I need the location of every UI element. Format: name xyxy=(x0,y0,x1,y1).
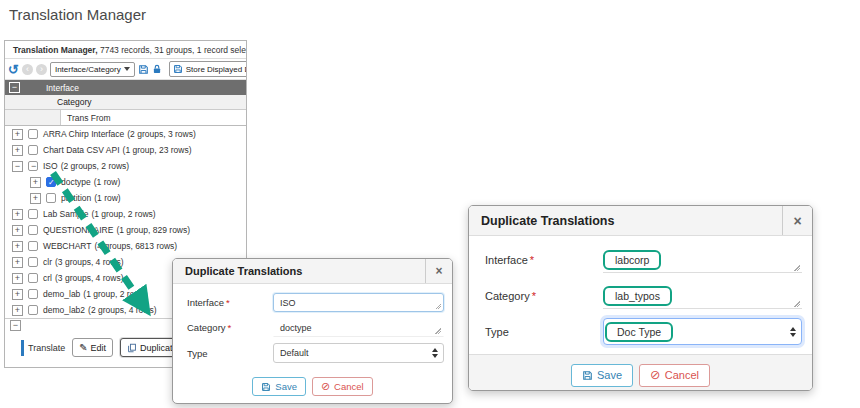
annotation-highlight[interactable]: labcorp xyxy=(603,250,661,270)
save-icon[interactable] xyxy=(138,64,149,75)
row-meta: (3 groups, 4 rows) xyxy=(55,273,124,283)
row-checkbox[interactable] xyxy=(28,305,38,315)
chevron-down-icon xyxy=(124,67,130,71)
header-spacer-cell xyxy=(5,110,61,125)
row-checkbox[interactable] xyxy=(28,129,38,139)
row-checkbox[interactable] xyxy=(28,273,38,283)
type-select[interactable]: Doc Type xyxy=(603,318,802,345)
annotation-highlight[interactable]: lab_typos xyxy=(603,286,672,306)
collapse-all-icon[interactable] xyxy=(9,82,20,93)
required-mark: * xyxy=(532,290,536,302)
expand-icon[interactable] xyxy=(12,161,23,172)
interface-field[interactable]: ISO xyxy=(273,293,444,312)
category-field[interactable]: doctype xyxy=(273,318,444,337)
table-row[interactable]: ARRA Chirp Interface (2 groups, 3 rows) xyxy=(5,126,246,142)
category-field-wrap: lab_typos xyxy=(603,282,802,309)
resize-grip-icon[interactable] xyxy=(794,301,800,307)
row-label: demo_lab xyxy=(43,289,80,299)
category-label: Category* xyxy=(187,322,273,333)
select-stepper-icon xyxy=(790,327,796,337)
type-value: Default xyxy=(280,348,309,358)
expand-icon[interactable] xyxy=(30,177,41,188)
row-checkbox[interactable] xyxy=(46,177,56,187)
category-value: doctype xyxy=(280,323,312,333)
row-checkbox[interactable] xyxy=(28,225,38,235)
refresh-icon[interactable]: ↺ xyxy=(8,63,19,76)
row-meta: (2 groups, 2 rows) xyxy=(61,161,130,171)
header-transfrom-row: Trans From xyxy=(5,110,246,126)
row-checkbox[interactable] xyxy=(28,161,38,171)
row-label: Lab Sample xyxy=(43,209,88,219)
row-checkbox[interactable] xyxy=(28,145,38,155)
edit-button[interactable]: ✎ Edit xyxy=(72,338,113,357)
edit-button-label: Edit xyxy=(91,343,107,353)
dialog-header: Duplicate Translations × xyxy=(173,259,452,284)
header-transfrom-label: Trans From xyxy=(61,110,111,125)
row-label: clr xyxy=(43,257,52,267)
row-checkbox[interactable] xyxy=(28,289,38,299)
expand-icon[interactable] xyxy=(12,305,23,316)
page-title: Translation Manager xyxy=(9,6,146,23)
row-meta: (4 groups, 6813 rows) xyxy=(95,241,178,251)
row-label: Chart Data CSV API xyxy=(43,145,120,155)
category-value: lab_typos xyxy=(615,290,660,302)
expand-icon[interactable] xyxy=(12,145,23,156)
table-row[interactable]: Chart Data CSV API (1 group, 23 rows) xyxy=(5,142,246,158)
row-meta: (2 groups, 3 rows) xyxy=(127,129,196,139)
duplicate-translations-dialog-small: Duplicate Translations × Interface* ISO … xyxy=(172,258,453,404)
table-row[interactable]: Lab Sample (1 group, 2 rows) xyxy=(5,206,246,222)
translate-button[interactable]: Translate xyxy=(28,343,65,353)
duplicate-translations-dialog-large: Duplicate Translations × Interface* labc… xyxy=(468,205,813,391)
close-icon[interactable]: × xyxy=(425,259,452,283)
row-checkbox[interactable] xyxy=(28,241,38,251)
expand-icon[interactable] xyxy=(12,225,23,236)
table-row[interactable]: partition (1 row) xyxy=(5,190,246,206)
expand-icon[interactable] xyxy=(12,129,23,140)
save-button[interactable]: Save xyxy=(252,377,306,396)
save-button[interactable]: Save xyxy=(571,364,633,387)
row-checkbox[interactable] xyxy=(46,193,56,203)
table-row[interactable]: doctype (1 row) xyxy=(5,174,246,190)
field-row-category: Category* lab_typos xyxy=(485,282,802,309)
copy-icon xyxy=(127,343,137,353)
required-mark: * xyxy=(530,254,534,266)
expand-icon[interactable] xyxy=(30,193,41,204)
cancel-button[interactable]: ⊘Cancel xyxy=(639,364,710,387)
resize-grip-icon[interactable] xyxy=(435,303,441,309)
field-row-type: Type Doc Type xyxy=(485,318,802,345)
dialog-body: Interface* labcorp Category* lab_typos T… xyxy=(469,236,812,354)
row-label: doctype xyxy=(61,177,91,187)
table-row[interactable]: QUESTIONNAIRE (1 group, 829 rows) xyxy=(5,222,246,238)
resize-grip-icon[interactable] xyxy=(435,328,441,334)
store-displayed-data-button[interactable]: Store Displayed Data xyxy=(169,61,246,77)
field-row-interface: Interface* labcorp xyxy=(485,246,802,273)
expand-icon[interactable] xyxy=(12,209,23,220)
forward-icon[interactable]: › xyxy=(36,64,47,75)
row-checkbox[interactable] xyxy=(28,209,38,219)
expand-icon[interactable] xyxy=(12,289,23,300)
row-meta: (1 row) xyxy=(94,177,120,187)
type-select[interactable]: Default xyxy=(273,343,444,363)
table-row[interactable]: ISO (2 groups, 2 rows) xyxy=(5,158,246,174)
pencil-icon: ✎ xyxy=(79,343,87,353)
cancel-button[interactable]: ⊘Cancel xyxy=(312,377,373,396)
status-rest: 7743 records, 31 groups, 1 record select… xyxy=(98,45,246,55)
expand-icon[interactable] xyxy=(12,273,23,284)
active-indicator xyxy=(21,340,24,356)
view-mode-select[interactable]: Interface/Category xyxy=(50,62,135,77)
interface-value: labcorp xyxy=(615,254,649,266)
annotation-highlight: Doc Type xyxy=(605,322,673,342)
header-interface: Interface xyxy=(5,80,246,95)
row-meta: (3 groups, 4 rows) xyxy=(55,257,124,267)
category-field-wrap: doctype xyxy=(273,318,444,337)
lock-icon[interactable] xyxy=(152,64,162,74)
expand-icon[interactable] xyxy=(12,257,23,268)
table-row[interactable]: WEBCHART (4 groups, 6813 rows) xyxy=(5,238,246,254)
close-icon[interactable]: × xyxy=(782,206,812,235)
resize-grip-icon[interactable] xyxy=(794,265,800,271)
row-checkbox[interactable] xyxy=(28,257,38,267)
back-icon[interactable]: ‹ xyxy=(22,64,33,75)
row-meta: (1 group, 829 rows) xyxy=(116,225,190,235)
collapse-footer-icon[interactable] xyxy=(10,320,21,331)
expand-icon[interactable] xyxy=(12,241,23,252)
